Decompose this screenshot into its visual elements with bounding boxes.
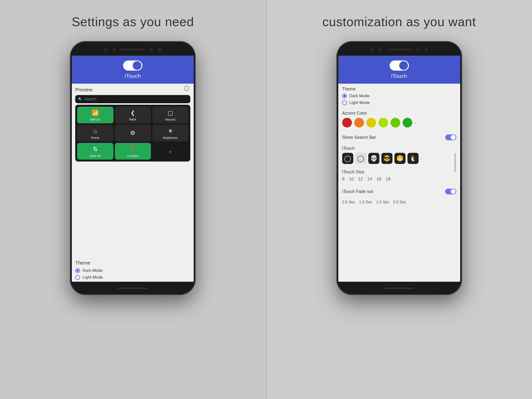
fade-out-setting: iTouch Fade out (342, 187, 456, 196)
left-app-title: iTouch (125, 73, 141, 79)
data-label: Data On (89, 154, 101, 158)
size-10[interactable]: 10 (349, 177, 354, 182)
itouch-icon-cool[interactable]: 😎 (381, 153, 392, 164)
phone-top-bar (70, 41, 196, 56)
grid-item-back[interactable]: ❮ Back (115, 107, 151, 123)
accent-color-label: Accent Color (342, 111, 456, 116)
search-bar-setting: Show Search Bar (342, 133, 456, 142)
main-toggle[interactable] (123, 60, 142, 71)
right-home-indicator (385, 288, 414, 289)
recent-label: Recent (165, 118, 175, 121)
right-camera-4 (424, 48, 428, 51)
grid-item-settings[interactable]: ⚙ (115, 125, 151, 141)
fade-out-toggle[interactable] (445, 189, 456, 194)
grid-item-wifi[interactable]: 📶 Wifi On (77, 107, 113, 123)
itouch-label: iTouch (342, 146, 456, 151)
color-red[interactable] (342, 118, 352, 127)
size-14[interactable]: 14 (367, 177, 372, 182)
search-bar-knob (451, 135, 456, 140)
right-speaker (387, 49, 411, 51)
brightness-label: Brightness (163, 136, 178, 140)
grin-icon: 😁 (396, 155, 404, 162)
grid-item-add[interactable]: + (152, 143, 188, 160)
phone-bottom-bar (70, 282, 196, 295)
itouch-size-setting: iTouch Size 8 10 12 14 16 18 (342, 170, 456, 182)
color-green-light[interactable] (391, 118, 400, 127)
color-orange[interactable] (354, 118, 364, 127)
itouch-icon-more: › (421, 156, 422, 161)
wifi-icon: 📶 (92, 110, 99, 116)
left-phone-screen: iTouch i Preview 🔍 Search 📶 Wifi On (72, 56, 194, 282)
left-theme-label: Theme (75, 260, 190, 266)
right-panel: customization as you want iTouch (266, 0, 532, 399)
left-panel: Settings as you need iTouch i P (0, 0, 266, 399)
grid-item-brightness[interactable]: ☀ Brightness (152, 125, 188, 141)
right-main-toggle[interactable] (390, 60, 409, 71)
itouch-icon-grin[interactable]: 😁 (394, 153, 406, 164)
search-bar[interactable]: 🔍 Search (75, 95, 190, 103)
right-dark-mode-label: Dark Mode (349, 94, 369, 98)
size-16[interactable]: 16 (377, 177, 381, 182)
right-screen-content: Theme Dark Mode Light Mode Accent Color (338, 84, 460, 282)
right-app-title: iTouch (391, 73, 407, 79)
light-mode-radio[interactable] (75, 275, 80, 280)
light-mode-label: Light Mode (82, 275, 103, 280)
sep-5 (342, 185, 456, 185)
color-more: › (415, 120, 416, 126)
search-bar-label: Show Search Bar (342, 135, 376, 140)
itouch-size-label: iTouch Size (342, 170, 456, 175)
size-12[interactable]: 12 (358, 177, 363, 182)
right-app-header: iTouch (338, 56, 460, 84)
size-8[interactable]: 8 (342, 177, 345, 182)
skull-icon: 💀 (370, 155, 377, 162)
right-camera-1 (371, 48, 374, 51)
right-phone-bottom-bar (336, 282, 462, 295)
search-bar-toggle[interactable] (445, 134, 456, 140)
sep-4 (342, 167, 456, 168)
right-dark-mode-radio[interactable] (342, 94, 347, 98)
right-light-mode-option[interactable]: Light Mode (342, 100, 456, 105)
fade-20[interactable]: 2.0 Sec (393, 200, 406, 204)
grid-item-data[interactable]: ⇅ Data On (77, 143, 113, 160)
fade-05[interactable]: 0.5 Sec (342, 200, 355, 204)
separator-1 (75, 258, 190, 258)
scroll-indicator (454, 153, 456, 172)
itouch-icon-dark[interactable]: ◯ (342, 153, 353, 164)
right-light-mode-radio[interactable] (342, 100, 347, 105)
left-light-mode-option[interactable]: Light Mode (75, 275, 190, 280)
grid-item-home[interactable]: ⌂ Home (77, 125, 113, 141)
home-label: Home (91, 136, 100, 140)
dark-mode-radio[interactable] (75, 268, 80, 273)
left-dark-mode-option[interactable]: Dark Mode (75, 268, 190, 273)
color-lime[interactable] (378, 118, 388, 127)
itouch-icons-row: ◯ ◯ 💀 😎 😁 (342, 153, 456, 164)
itouch-icon-skull[interactable]: 💀 (368, 153, 379, 164)
back-label: Back (129, 118, 136, 121)
sep-6 (342, 198, 456, 198)
grid-item-recent[interactable]: ▢ Recent (152, 107, 188, 123)
right-toggle-knob (399, 61, 408, 70)
color-yellow[interactable] (366, 118, 376, 127)
app-grid: 📶 Wifi On ❮ Back ▢ Recent ⌂ Home (75, 105, 190, 162)
camera-dot-3 (150, 48, 153, 51)
add-icon: + (169, 148, 172, 155)
fade-15[interactable]: 1.5 Sec (376, 200, 389, 204)
itouch-light-icon: ◯ (357, 155, 364, 162)
sep-3 (342, 144, 456, 144)
size-18[interactable]: 18 (386, 177, 391, 182)
camera-dot-2 (112, 48, 116, 51)
itouch-icon-linux[interactable]: 🐧 (407, 153, 419, 164)
search-input-text: Search (84, 97, 96, 101)
camera-dot-1 (104, 48, 108, 51)
fade-10[interactable]: 1.0 Sec (359, 200, 372, 204)
sep-2 (342, 131, 456, 131)
itouch-icon-light[interactable]: ◯ (355, 153, 366, 164)
data-icon: ⇅ (93, 146, 98, 153)
right-phone: iTouch Theme Dark Mode Light Mode (336, 41, 462, 295)
color-green[interactable] (403, 118, 412, 127)
right-dark-mode-option[interactable]: Dark Mode (342, 94, 456, 98)
grid-item-location[interactable]: 📍 Location (115, 143, 151, 160)
location-label: Location (127, 154, 139, 158)
recent-icon: ▢ (168, 110, 173, 116)
brightness-icon: ☀ (168, 128, 173, 134)
